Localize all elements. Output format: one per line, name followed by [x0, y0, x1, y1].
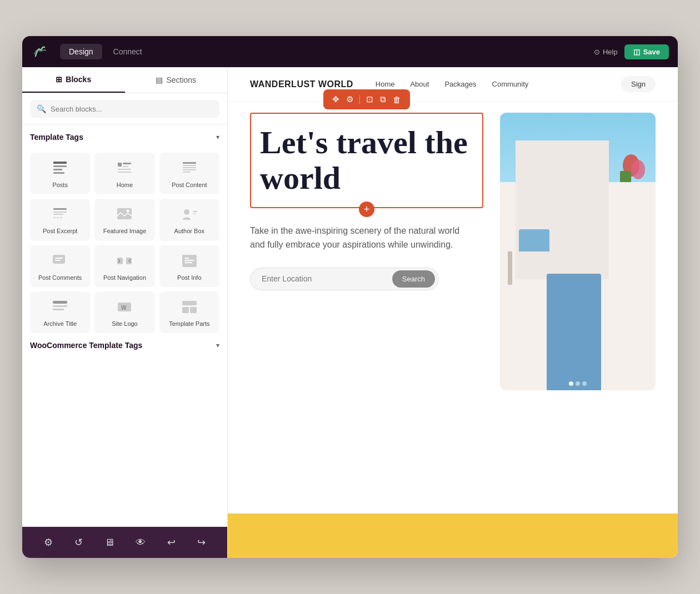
template-tags-section: Template Tags ▾: [22, 125, 227, 153]
main-door: [547, 274, 601, 390]
nav-community[interactable]: Community: [492, 80, 529, 88]
block-navigator-icon[interactable]: ⊡: [364, 93, 376, 105]
nav-packages[interactable]: Packages: [444, 80, 476, 88]
svg-rect-13: [183, 172, 191, 173]
help-button[interactable]: ⊙ Help: [594, 48, 618, 56]
block-template-parts-label: Template Parts: [169, 320, 209, 328]
hero-photo: [500, 113, 656, 390]
block-site-logo[interactable]: W Site Logo: [94, 291, 154, 333]
top-bar: Design Connect ⊙ Help ◫ Save: [22, 36, 678, 67]
block-author-box[interactable]: Author Box: [159, 199, 219, 240]
block-post-title[interactable]: Home: [94, 153, 154, 194]
save-button[interactable]: ◫ Save: [624, 44, 669, 59]
svg-rect-6: [123, 166, 128, 167]
blocks-grid: Posts Home Post Content Post Excerpt: [22, 153, 227, 333]
tab-blocks[interactable]: ⊞ Blocks: [22, 67, 125, 93]
move-icon[interactable]: ✥: [330, 93, 342, 105]
preview-icon[interactable]: 👁: [132, 533, 149, 552]
svg-rect-21: [193, 213, 196, 214]
history-icon[interactable]: ↺: [71, 533, 86, 552]
svg-rect-11: [183, 167, 196, 168]
block-post-excerpt[interactable]: Post Excerpt: [30, 199, 90, 240]
help-label: Help: [603, 48, 618, 56]
help-circle-icon: ⊙: [594, 48, 600, 56]
template-tags-chevron[interactable]: ▾: [216, 133, 219, 141]
svg-rect-23: [55, 258, 63, 259]
svg-rect-12: [183, 169, 196, 170]
canvas-content: ‹ WANDERLUST WORLD Home About Packages C…: [228, 67, 678, 558]
woocommerce-header: WooCommerce Template Tags ▾: [30, 341, 219, 350]
add-block-button[interactable]: +: [359, 202, 374, 217]
block-post-navigation[interactable]: Post Navigation: [94, 245, 154, 287]
tab-sections[interactable]: ▤ Sections: [125, 67, 228, 93]
block-archive-title[interactable]: Archive Title: [30, 291, 90, 333]
site-nav-links: Home About Packages Community: [376, 80, 529, 88]
svg-rect-0: [53, 162, 67, 164]
svg-point-19: [184, 209, 189, 215]
block-posts[interactable]: Posts: [30, 153, 90, 194]
settings-icon[interactable]: ⚙: [41, 533, 56, 552]
nav-about[interactable]: About: [410, 80, 429, 88]
selected-block[interactable]: ✥ ⚙ ⊡ ⧉ 🗑 Let's travel the world +: [250, 113, 483, 208]
sign-button[interactable]: Sign: [621, 76, 656, 92]
hero-description: Take in the awe-inspiring scenery of the…: [250, 224, 461, 252]
save-icon: ◫: [633, 48, 640, 56]
block-post-content[interactable]: Post Content: [159, 153, 219, 194]
undo-icon[interactable]: ↩: [164, 533, 179, 552]
svg-rect-36: [182, 301, 197, 305]
block-post-title-label: Home: [117, 181, 133, 189]
location-input[interactable]: [262, 274, 392, 283]
template-tags-header: Template Tags ▾: [30, 133, 219, 142]
site-nav-right: Sign: [621, 76, 656, 92]
desktop-icon[interactable]: 🖥: [101, 533, 118, 552]
block-template-parts[interactable]: Template Parts: [159, 291, 219, 333]
svg-rect-14: [53, 208, 67, 210]
block-post-info[interactable]: Post Info: [159, 245, 219, 287]
sections-tab-icon: ▤: [156, 75, 163, 84]
building-illustration: [500, 113, 656, 390]
hero-left: ✥ ⚙ ⊡ ⧉ 🗑 Let's travel the world +: [250, 113, 483, 290]
woocommerce-title: WooCommerce Template Tags: [30, 341, 142, 350]
nav-design[interactable]: Design: [60, 44, 102, 59]
sidebar: ⊞ Blocks ▤ Sections 🔍 Template Tags: [22, 67, 228, 558]
sidebar-search-area: 🔍: [22, 93, 227, 125]
block-delete-icon[interactable]: 🗑: [391, 94, 403, 105]
top-bar-right: ⊙ Help ◫ Save: [594, 44, 669, 59]
pillar-left: [508, 251, 512, 285]
block-post-comments-label: Post Comments: [38, 274, 82, 281]
svg-rect-29: [184, 260, 194, 261]
block-site-logo-label: Site Logo: [112, 320, 137, 328]
nav-home[interactable]: Home: [376, 80, 395, 88]
redo-icon[interactable]: ↪: [194, 533, 209, 552]
blocks-tab-label: Blocks: [66, 75, 91, 84]
svg-rect-4: [118, 163, 122, 167]
svg-rect-22: [53, 255, 65, 264]
woocommerce-chevron[interactable]: ▾: [216, 341, 219, 349]
svg-rect-8: [118, 172, 131, 173]
svg-rect-24: [55, 260, 61, 261]
canvas-search-bar: Search: [250, 268, 439, 290]
carousel-dots: [569, 381, 587, 386]
svg-text:W: W: [121, 305, 127, 311]
sections-tab-label: Sections: [166, 75, 196, 84]
svg-rect-32: [53, 305, 67, 307]
block-author-box-label: Author Box: [174, 227, 204, 235]
search-submit-button[interactable]: Search: [392, 270, 435, 288]
svg-rect-37: [182, 307, 189, 313]
sidebar-tabs: ⊞ Blocks ▤ Sections: [22, 67, 227, 93]
svg-rect-33: [53, 309, 64, 310]
hero-title: Let's travel the world: [260, 125, 473, 196]
block-duplicate-icon[interactable]: ⧉: [378, 93, 388, 105]
svg-rect-1: [53, 165, 67, 167]
block-post-comments[interactable]: Post Comments: [30, 245, 90, 287]
top-nav: Design Connect: [60, 44, 151, 59]
svg-rect-31: [53, 301, 67, 304]
woocommerce-section: WooCommerce Template Tags ▾: [22, 333, 227, 354]
block-featured-image[interactable]: Featured Image: [94, 199, 154, 240]
second-level: [516, 140, 609, 279]
nav-connect[interactable]: Connect: [104, 44, 151, 59]
search-input[interactable]: [51, 105, 213, 113]
block-settings-icon[interactable]: ⚙: [344, 93, 356, 105]
hero-area: ✥ ⚙ ⊡ ⧉ 🗑 Let's travel the world +: [228, 102, 678, 401]
block-post-navigation-label: Post Navigation: [103, 274, 146, 281]
